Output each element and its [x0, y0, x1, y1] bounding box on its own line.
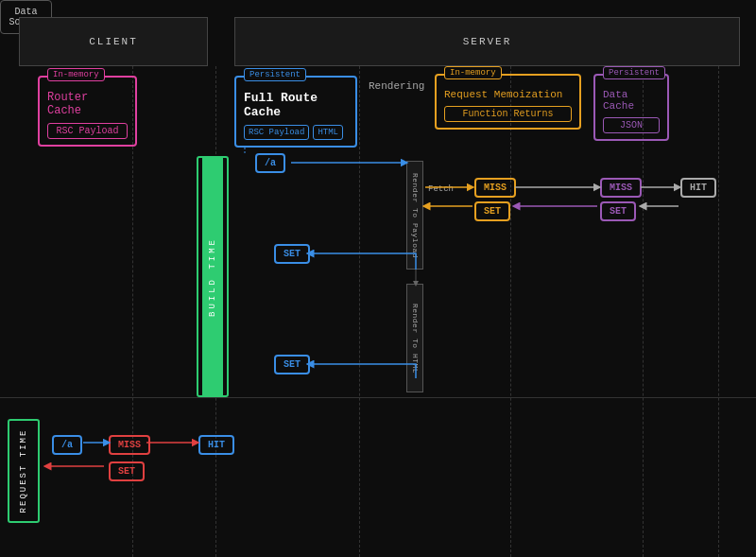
build-time-container: BUILD TIME	[197, 156, 229, 397]
hit-pill-build: HIT	[680, 178, 716, 198]
render-to-html-label: Render To HTML	[411, 303, 420, 373]
hit-pill-request: HIT	[198, 435, 234, 455]
full-route-cache-label-tag: Persistent	[244, 68, 306, 81]
dashed-line-6	[718, 66, 719, 557]
client-label: CLIENT	[89, 36, 138, 47]
set-pill-blue-1: SET	[274, 244, 310, 264]
server-section-header: SERVER	[234, 17, 740, 66]
render-to-html-box: Render To HTML	[406, 284, 423, 392]
req-memo-sub: Function Returns	[444, 106, 572, 122]
request-time-text: REQUEST TIME	[19, 429, 28, 513]
data-cache-label-tag: Persistent	[603, 66, 665, 79]
miss-pill-2: MISS	[600, 178, 642, 198]
data-cache-box: Persistent Data Cache JSON	[593, 74, 669, 141]
full-route-cache-sub2: HTML	[313, 125, 343, 140]
horizontal-divider	[0, 397, 756, 398]
render-to-payload-label: Render To Payload	[411, 172, 420, 257]
miss-pill-1: MISS	[474, 178, 516, 198]
router-cache-sub: RSC Payload	[47, 123, 128, 139]
data-cache-sub: JSON	[603, 117, 660, 133]
request-time-container: REQUEST TIME	[8, 419, 40, 523]
router-cache-box: In-memory Router Cache RSC Payload	[38, 76, 137, 147]
set-pill-2: SET	[600, 201, 636, 221]
server-label: SERVER	[463, 36, 512, 47]
route-a-pill-build: /a	[255, 153, 285, 173]
set-pill-request: SET	[109, 461, 145, 481]
fetch-label: Fetch	[428, 184, 454, 194]
render-to-payload-box: Render To Payload	[406, 161, 423, 270]
router-cache-label-tag: In-memory	[47, 68, 105, 81]
req-memo-box: In-memory Request Memoization Function R…	[435, 74, 581, 130]
req-memo-title: Request Memoization	[444, 89, 572, 100]
rendering-label: Rendering	[369, 80, 424, 92]
full-route-cache-sub1: RSC Payload	[244, 125, 309, 140]
full-route-cache-box: Persistent Full Route Cache RSC Payload …	[234, 76, 357, 148]
dashed-line-4	[510, 66, 511, 557]
diagram: CLIENT SERVER In-memory Router Cache RSC…	[0, 0, 756, 557]
data-cache-title: Data Cache	[603, 89, 660, 112]
set-pill-blue-2: SET	[274, 355, 310, 374]
client-section-header: CLIENT	[19, 17, 208, 66]
miss-pill-request: MISS	[109, 435, 150, 455]
router-cache-title: Router Cache	[47, 91, 128, 117]
build-time-text: BUILD TIME	[208, 236, 217, 316]
route-a-pill-request: /a	[52, 435, 82, 455]
set-pill-1: SET	[474, 201, 510, 221]
full-route-cache-title: Full Route Cache	[244, 91, 348, 119]
dashed-line-3	[359, 66, 360, 557]
req-memo-label-tag: In-memory	[444, 66, 502, 79]
